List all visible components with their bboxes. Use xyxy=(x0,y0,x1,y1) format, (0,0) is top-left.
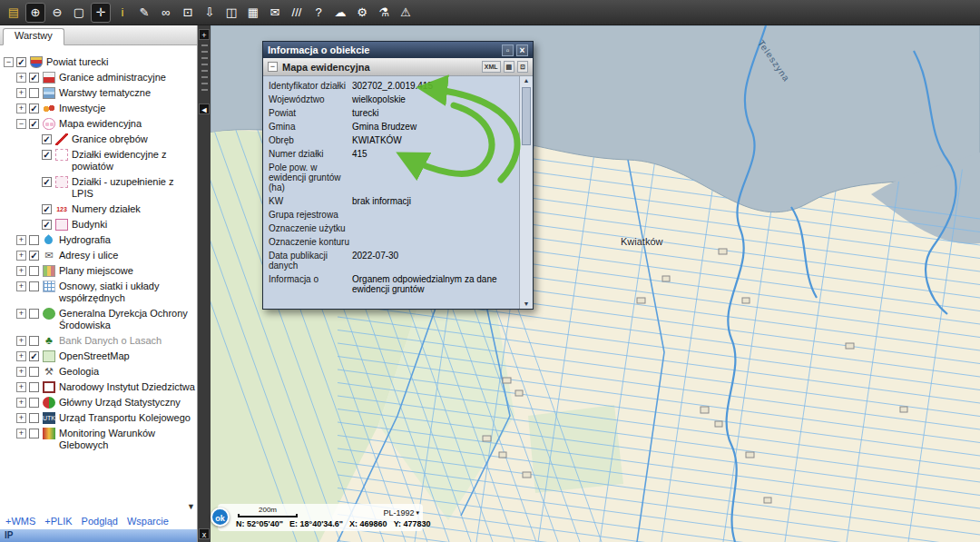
layer-checkbox[interactable] xyxy=(29,88,39,98)
table-icon[interactable]: ▦ xyxy=(243,3,263,23)
select-extent-icon[interactable]: ▢ xyxy=(69,3,89,23)
layer-item[interactable]: +UTKUrząd Transportu Kolejowego xyxy=(0,410,197,426)
expand-icon[interactable]: + xyxy=(16,398,26,408)
layer-checkbox[interactable]: ✓ xyxy=(29,73,39,83)
expand-icon[interactable]: + xyxy=(16,266,26,276)
layer-checkbox[interactable]: ✓ xyxy=(42,220,52,230)
sidebar-collapse-button[interactable]: ◄ xyxy=(199,103,210,114)
zoom-slider-tick[interactable] xyxy=(201,89,208,91)
zoom-slider-tick[interactable] xyxy=(201,64,208,65)
expand-icon[interactable]: + xyxy=(16,382,26,392)
download-icon[interactable]: ⇩ xyxy=(200,3,220,23)
expand-icon[interactable]: + xyxy=(16,367,26,377)
layer-item[interactable]: ✓Budynki xyxy=(0,217,197,232)
zoom-slider-tick[interactable] xyxy=(201,51,208,53)
layer-item[interactable]: −✓Mapa ewidencyjna xyxy=(0,116,197,132)
settings-icon[interactable]: ⚙ xyxy=(352,3,372,23)
layer-checkbox[interactable]: ✓ xyxy=(29,351,39,361)
scroll-down-icon[interactable]: ▼ xyxy=(524,300,530,309)
layer-item[interactable]: +♣Bank Danych o Lasach xyxy=(0,333,197,349)
undock-icon[interactable]: ▫ xyxy=(502,44,514,56)
layer-item[interactable]: +⚒Geologia xyxy=(0,364,197,379)
layer-item[interactable]: +✓Granice administracyjne xyxy=(0,70,197,85)
layer-item[interactable]: +✓OpenStreetMap xyxy=(0,349,197,364)
layer-checkbox[interactable]: ✓ xyxy=(29,119,39,129)
print-icon[interactable]: ⊡ xyxy=(517,61,528,73)
zoom-slider-tick[interactable] xyxy=(201,44,208,46)
crs-select[interactable]: PL-1992 ▾ xyxy=(383,508,419,517)
expand-icon[interactable]: + xyxy=(16,73,26,83)
layer-checkbox[interactable] xyxy=(29,413,39,423)
layer-checkbox[interactable] xyxy=(29,266,39,276)
layer-item[interactable]: ✓Granice obrębów xyxy=(0,132,197,147)
split-view-icon[interactable]: ◫ xyxy=(221,3,241,23)
expand-icon[interactable]: + xyxy=(16,336,26,346)
layer-item[interactable]: +Osnowy, siatki i układy współrzędnych xyxy=(0,279,197,306)
cloud-upload-icon[interactable]: ☁ xyxy=(330,3,350,23)
panel-close-button[interactable]: x xyxy=(199,528,210,539)
wsparcie-link[interactable]: Wsparcie xyxy=(127,516,169,527)
link-icon[interactable]: ∞ xyxy=(156,3,176,23)
layer-checkbox[interactable]: ✓ xyxy=(42,134,52,144)
layer-checkbox[interactable]: ✓ xyxy=(42,204,52,214)
layer-item[interactable]: +Monitoring Warunków Glebowych xyxy=(0,426,197,453)
zoom-slider-tick[interactable] xyxy=(201,70,208,72)
layer-checkbox[interactable]: ✓ xyxy=(29,251,39,261)
close-icon[interactable]: × xyxy=(516,44,528,56)
zoom-slider-tick[interactable] xyxy=(201,76,208,78)
layer-checkbox[interactable]: ✓ xyxy=(42,177,52,187)
print-icon[interactable]: ⊡ xyxy=(178,3,198,23)
zoom-in-icon[interactable]: ⊕ xyxy=(25,3,45,23)
ok-button[interactable]: ok xyxy=(211,508,230,527)
expand-icon[interactable]: + xyxy=(16,309,26,319)
expand-icon[interactable]: + xyxy=(16,429,26,439)
layer-item[interactable]: +Główny Urząd Statystyczny xyxy=(0,395,197,410)
collapse-icon[interactable]: − xyxy=(16,119,26,129)
layer-item[interactable]: +✓✉Adresy i ulice xyxy=(0,248,197,263)
layer-checkbox[interactable] xyxy=(29,382,39,392)
section-collapse-icon[interactable]: − xyxy=(268,62,278,72)
layer-checkbox[interactable] xyxy=(29,235,39,245)
wms-link[interactable]: +WMS xyxy=(5,516,35,527)
expand-icon[interactable]: + xyxy=(16,281,26,291)
expand-icon[interactable]: + xyxy=(16,251,26,261)
warning-icon[interactable]: ⚠ xyxy=(396,3,416,23)
layer-checkbox[interactable] xyxy=(29,281,39,291)
layer-item[interactable]: ✓123Numery działek xyxy=(0,202,197,217)
zoom-slider-tick[interactable] xyxy=(201,83,208,84)
layer-item[interactable]: +✓Inwestycje xyxy=(0,101,197,116)
expand-icon[interactable]: + xyxy=(16,413,26,423)
flask-icon[interactable]: ⚗ xyxy=(374,3,394,23)
layer-item[interactable]: +Warstwy tematyczne xyxy=(0,85,197,101)
layer-item[interactable]: ✓Działki ewidencyjne z powiatów xyxy=(0,147,197,174)
zoom-slider-tick[interactable] xyxy=(201,57,208,59)
dialog-titlebar[interactable]: Informacja o obiekcie ▫ × xyxy=(263,42,533,58)
scroll-down-icon[interactable]: ▼ xyxy=(187,502,195,511)
layer-item[interactable]: +Narodowy Instytut Dziedzictwa xyxy=(0,379,197,395)
expand-icon[interactable]: + xyxy=(16,88,26,98)
expand-icon[interactable]: + xyxy=(16,235,26,245)
plik-link[interactable]: +PLIK xyxy=(44,516,72,527)
layer-item[interactable]: ✓Działki - uzupełnienie z LPIS xyxy=(0,174,197,202)
help-icon[interactable]: ? xyxy=(309,3,328,23)
collapse-icon[interactable]: − xyxy=(4,57,14,67)
expand-icon[interactable]: + xyxy=(16,103,26,113)
list-icon[interactable]: ▤ xyxy=(504,61,515,73)
layer-item[interactable]: −✓Powiat turecki xyxy=(0,54,197,70)
expand-icon[interactable]: + xyxy=(16,351,26,361)
layer-checkbox[interactable] xyxy=(29,398,39,408)
measure-icon[interactable]: ✎ xyxy=(134,3,154,23)
layer-checkbox[interactable]: ✓ xyxy=(42,150,52,160)
layer-checkbox[interactable]: ✓ xyxy=(16,57,26,67)
layer-item[interactable]: +Generalna Dyrekcja Ochrony Środowiska xyxy=(0,306,197,333)
info-icon[interactable]: i xyxy=(113,3,132,23)
layer-checkbox[interactable]: ✓ xyxy=(29,103,39,113)
tab-warstwy[interactable]: Warstwy xyxy=(3,28,64,45)
layer-checkbox[interactable] xyxy=(29,429,39,439)
message-icon[interactable]: ✉ xyxy=(265,3,285,23)
podgld-link[interactable]: Podgląd xyxy=(82,516,118,527)
layers-icon[interactable]: ▤ xyxy=(4,3,24,23)
dialog-scrollbar[interactable]: ▲ ▼ xyxy=(519,76,533,309)
layer-checkbox[interactable] xyxy=(29,309,39,319)
map-zoom-in-button[interactable]: + xyxy=(199,29,210,40)
